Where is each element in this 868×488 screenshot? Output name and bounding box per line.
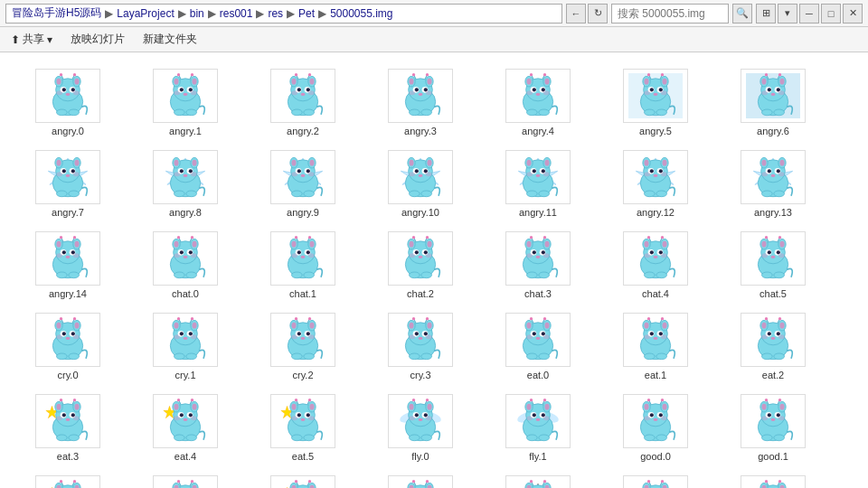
list-item[interactable]: chat.3	[479, 224, 597, 305]
file-label: eat.2	[762, 370, 784, 380]
svg-point-777	[647, 480, 650, 483]
svg-point-108	[661, 90, 667, 95]
list-item[interactable]: good.5	[362, 468, 479, 488]
svg-point-419	[191, 317, 193, 320]
file-thumbnail	[388, 231, 453, 286]
breadcrumb-root[interactable]: 冒险岛手游H5源码	[12, 5, 101, 21]
list-item[interactable]: angry.9	[244, 143, 362, 224]
share-icon: ⬆	[11, 33, 20, 46]
file-thumbnail	[741, 231, 806, 286]
breadcrumb-trail[interactable]: 冒险岛手游H5源码 ▶ LayaProject ▶ bin ▶ res001 ▶…	[5, 4, 562, 23]
svg-point-189	[428, 159, 432, 165]
svg-point-529	[57, 403, 61, 409]
svg-point-10	[66, 92, 71, 95]
list-item[interactable]: eat.2	[714, 305, 832, 387]
list-item[interactable]: hungry.0	[597, 468, 714, 488]
svg-point-62	[428, 78, 432, 84]
svg-point-106	[654, 92, 658, 95]
view-toggle[interactable]: ▾	[778, 4, 797, 23]
list-item[interactable]: cry.3	[362, 305, 479, 387]
slideshow-button[interactable]: 放映幻灯片	[67, 30, 128, 49]
list-item[interactable]: angry.2	[244, 61, 362, 143]
list-item[interactable]: eat.1	[597, 305, 714, 387]
file-label: cry.2	[292, 370, 313, 380]
svg-point-358	[661, 236, 664, 239]
list-item[interactable]: hang.0	[479, 468, 597, 488]
file-thumbnail	[741, 475, 806, 489]
window-minimize[interactable]: ─	[799, 4, 819, 23]
file-thumbnail	[505, 475, 571, 489]
list-item[interactable]: angry.8	[127, 143, 244, 224]
file-thumbnail	[153, 475, 218, 489]
file-label: good.1	[758, 451, 788, 462]
list-item[interactable]: angry.10	[362, 143, 479, 224]
list-item[interactable]: chat.4	[597, 224, 714, 305]
list-item[interactable]: hungry.1	[714, 468, 832, 488]
breadcrumb-2[interactable]: bin	[190, 7, 204, 20]
list-item[interactable]: angry.5	[597, 61, 714, 143]
list-item[interactable]: angry.3	[362, 61, 479, 143]
list-item[interactable]: eat.4	[127, 387, 244, 468]
svg-point-573	[297, 413, 301, 417]
new-folder-button[interactable]: 新建文件夹	[139, 30, 201, 49]
list-item[interactable]: chat.1	[244, 224, 362, 305]
list-item[interactable]: good.0	[597, 387, 714, 468]
svg-point-160	[180, 169, 184, 173]
list-item[interactable]: chat.0	[127, 224, 244, 305]
svg-point-321	[410, 272, 420, 278]
list-item[interactable]: good.4	[244, 468, 362, 488]
svg-point-483	[539, 353, 550, 360]
svg-point-642	[661, 399, 664, 401]
svg-point-341	[539, 272, 550, 278]
list-item[interactable]: chat.2	[362, 224, 479, 305]
list-item[interactable]: good.3	[127, 468, 244, 488]
svg-point-280	[177, 236, 180, 239]
search-input[interactable]	[611, 4, 729, 23]
list-item[interactable]: angry.13	[714, 143, 832, 224]
svg-point-375	[765, 236, 768, 239]
list-item[interactable]: angry.6	[714, 61, 832, 143]
list-item[interactable]: fly.1	[479, 387, 597, 468]
search-button[interactable]: 🔍	[732, 4, 752, 23]
svg-point-549	[175, 403, 179, 409]
list-item[interactable]: angry.7	[9, 143, 127, 224]
breadcrumb-4[interactable]: res	[268, 7, 283, 20]
svg-point-581	[308, 399, 311, 401]
list-item[interactable]: eat.3	[9, 387, 127, 468]
file-thumbnail	[741, 313, 806, 367]
list-item[interactable]: angry.4	[479, 61, 597, 143]
list-item[interactable]: fly.0	[362, 387, 479, 468]
breadcrumb-3[interactable]: res001	[220, 7, 253, 20]
window-maximize[interactable]: □	[821, 4, 841, 23]
file-thumbnail	[35, 394, 100, 448]
svg-point-4	[57, 78, 61, 84]
list-item[interactable]: angry.11	[479, 143, 597, 224]
back-button[interactable]: ←	[566, 4, 586, 23]
refresh-button[interactable]: ↻	[588, 4, 608, 23]
svg-point-68	[410, 90, 416, 95]
list-item[interactable]: angry.14	[9, 224, 127, 305]
share-button[interactable]: ⬆ 共享 ▾	[7, 30, 56, 49]
breadcrumb-6[interactable]: 5000055.img	[330, 7, 392, 20]
list-item[interactable]: angry.0	[9, 61, 127, 143]
list-item[interactable]: angry.12	[597, 143, 714, 224]
list-item[interactable]: cry.0	[9, 305, 127, 387]
svg-point-35	[191, 73, 193, 76]
svg-point-429	[310, 322, 315, 328]
list-item[interactable]: cry.2	[244, 305, 362, 387]
breadcrumb-5[interactable]: Pet	[298, 7, 315, 20]
list-item[interactable]: angry.1	[127, 61, 244, 143]
list-item[interactable]: good.2	[9, 468, 127, 488]
list-item[interactable]: eat.0	[479, 305, 597, 387]
list-item[interactable]: chat.5	[714, 224, 832, 305]
svg-point-297	[308, 253, 315, 258]
file-label: eat.4	[175, 451, 196, 462]
svg-point-163	[175, 172, 181, 176]
svg-point-542	[57, 435, 68, 441]
list-item[interactable]: cry.1	[127, 305, 244, 387]
window-close[interactable]: ✕	[843, 4, 863, 23]
breadcrumb-1[interactable]: LayaProject	[117, 7, 174, 20]
list-item[interactable]: eat.5	[244, 387, 362, 468]
list-item[interactable]: good.1	[714, 387, 832, 468]
view-button[interactable]: ⊞	[756, 4, 776, 23]
